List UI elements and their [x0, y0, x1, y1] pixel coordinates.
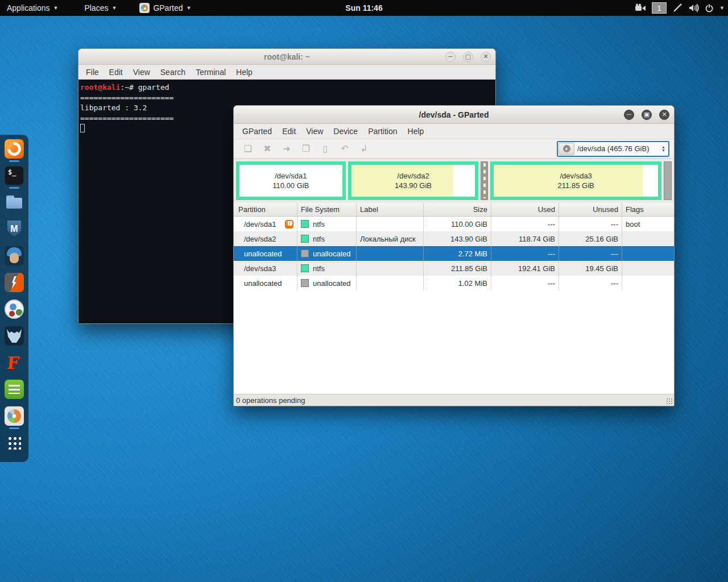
cell-flags: [622, 246, 674, 261]
dots-app-icon: [5, 300, 24, 319]
column-header-flags[interactable]: Flags: [622, 203, 674, 216]
gparted-menubar: GPartedEditViewDevicePartitionHelp: [234, 124, 674, 139]
gparted-titlebar[interactable]: /dev/sda - GParted ─ ▣ ✕: [234, 106, 674, 124]
dock-item-beef[interactable]: [3, 326, 25, 349]
cell-partition: unallocated: [234, 246, 297, 261]
dock-item-files[interactable]: [3, 193, 25, 215]
cell-filesystem: unallocated: [297, 246, 357, 261]
chevron-down-icon: ▼: [53, 5, 59, 11]
paste-icon[interactable]: ▯: [316, 143, 335, 154]
column-header-partition[interactable]: Partition: [234, 203, 297, 216]
terminal-menu-edit[interactable]: Edit: [104, 68, 128, 77]
terminal-window-title: root@kali: ~: [264, 52, 310, 61]
visual-partition-dev-sda2[interactable]: /dev/sda2143.90 GiB: [348, 161, 479, 200]
dock-item-faraday[interactable]: F: [3, 353, 25, 376]
table-row[interactable]: unallocatedunallocated1.02 MiB------: [234, 276, 674, 290]
burpsuite-icon: [5, 273, 24, 292]
gparted-window: /dev/sda - GParted ─ ▣ ✕ GPartedEditView…: [233, 105, 675, 406]
column-header-size[interactable]: Size: [424, 203, 491, 216]
resize-move-icon[interactable]: ➜: [277, 143, 296, 154]
power-icon[interactable]: [705, 3, 714, 13]
cell-partition: unallocated: [234, 276, 297, 290]
terminal-line: =====================: [80, 93, 494, 103]
filesystem-color-swatch: [301, 220, 309, 228]
camera-icon[interactable]: [635, 3, 646, 13]
gparted-menu-device[interactable]: Device: [328, 127, 363, 136]
gparted-menu-view[interactable]: View: [301, 127, 328, 136]
undo-icon[interactable]: ↶: [335, 143, 354, 154]
minimize-button[interactable]: ─: [624, 110, 634, 120]
terminal-menu-view[interactable]: View: [128, 68, 155, 77]
dock-item-dots-app[interactable]: [3, 300, 25, 322]
terminal-menu-file[interactable]: File: [81, 68, 104, 77]
clock[interactable]: Sun 11:46: [345, 3, 382, 13]
table-row[interactable]: /dev/sda3ntfs211.85 GiB192.41 GiB19.45 G…: [234, 261, 674, 276]
disk-drive-icon: [559, 143, 574, 155]
warning-icon: [285, 220, 293, 228]
dock-item-armitage[interactable]: [3, 246, 25, 269]
dock-item-notes[interactable]: [3, 380, 25, 402]
dock-item-apps-grid[interactable]: [3, 433, 25, 456]
terminal-menubar: FileEditViewSearchTerminalHelp: [78, 65, 495, 80]
visual-unallocated[interactable]: [664, 161, 672, 200]
visual-partition-dev-sda1[interactable]: /dev/sda1110.00 GiB: [236, 161, 346, 200]
cell-flags: boot: [622, 217, 674, 231]
close-button[interactable]: ✕: [481, 52, 491, 62]
status-bar: 0 operations pending: [234, 394, 674, 406]
column-header-label[interactable]: Label: [357, 203, 424, 216]
dock-item-gparted-app[interactable]: [3, 406, 25, 429]
table-row[interactable]: unallocatedunallocated2.72 MiB------: [234, 246, 674, 261]
cell-size: 2.72 MiB: [424, 246, 491, 261]
gparted-icon: [139, 3, 150, 13]
delete-partition-icon[interactable]: ✖: [258, 143, 277, 154]
gparted-menu-partition[interactable]: Partition: [363, 127, 402, 136]
copy-icon[interactable]: ❐: [296, 143, 316, 154]
spinner-arrows-icon[interactable]: ▲▼: [661, 146, 668, 152]
cell-filesystem: unallocated: [297, 276, 357, 290]
visual-partition-size: 143.90 GiB: [395, 181, 432, 190]
faraday-icon: F: [5, 353, 24, 372]
column-header-file-system[interactable]: File System: [297, 203, 357, 216]
column-header-unused[interactable]: Unused: [559, 203, 622, 216]
chevron-down-icon[interactable]: ▼: [719, 5, 725, 11]
table-row[interactable]: /dev/sda2ntfsЛокальный диск143.90 GiB118…: [234, 231, 674, 246]
maximize-button[interactable]: ▣: [642, 110, 652, 120]
workspace-indicator[interactable]: 1: [652, 2, 667, 14]
chevron-down-icon: ▼: [111, 5, 117, 11]
places-menu[interactable]: Places ▼: [77, 3, 123, 13]
maximize-button[interactable]: ▢: [463, 52, 473, 62]
dock-item-firefox[interactable]: [3, 139, 25, 162]
terminal-menu-search[interactable]: Search: [155, 68, 191, 77]
gparted-menu-edit[interactable]: Edit: [277, 127, 301, 136]
terminal-app-icon: $_: [5, 166, 24, 185]
gparted-menu-gparted[interactable]: GParted: [237, 127, 277, 136]
terminal-menu-help[interactable]: Help: [231, 68, 258, 77]
cell-used: 192.41 GiB: [491, 261, 559, 276]
device-selector[interactable]: /dev/sda (465.76 GiB) ▲▼: [557, 141, 669, 157]
visual-unallocated-selected[interactable]: [481, 161, 488, 200]
volume-icon[interactable]: [688, 3, 699, 13]
dock-item-burpsuite[interactable]: [3, 273, 25, 296]
cell-unused: ---: [559, 217, 622, 231]
filesystem-color-swatch: [301, 264, 309, 272]
terminal-titlebar[interactable]: root@kali: ~ ─ ▢ ✕: [78, 49, 495, 65]
dock-item-metasploit[interactable]: M: [3, 219, 25, 242]
cell-unused: 25.16 GiB: [559, 231, 622, 246]
resize-grip[interactable]: [666, 398, 673, 405]
visual-partition-dev-sda3[interactable]: /dev/sda3211.85 GiB: [490, 161, 661, 200]
minimize-button[interactable]: ─: [445, 52, 456, 62]
active-app-menu[interactable]: GParted ▼: [133, 3, 198, 13]
armitage-icon: [5, 246, 24, 265]
filesystem-color-swatch: [301, 250, 309, 257]
applications-menu[interactable]: Applications ▼: [0, 3, 65, 13]
dock-item-terminal-app[interactable]: $_: [3, 166, 25, 189]
apply-icon[interactable]: ↲: [354, 143, 374, 154]
new-partition-icon[interactable]: ❏: [238, 143, 258, 154]
table-row[interactable]: /dev/sda1ntfs110.00 GiB------boot: [234, 217, 674, 231]
terminal-menu-terminal[interactable]: Terminal: [191, 68, 231, 77]
column-header-used[interactable]: Used: [491, 203, 559, 216]
close-button[interactable]: ✕: [659, 110, 669, 120]
stylus-icon[interactable]: [672, 3, 682, 13]
gparted-menu-help[interactable]: Help: [403, 127, 429, 136]
cell-filesystem: ntfs: [297, 261, 357, 276]
